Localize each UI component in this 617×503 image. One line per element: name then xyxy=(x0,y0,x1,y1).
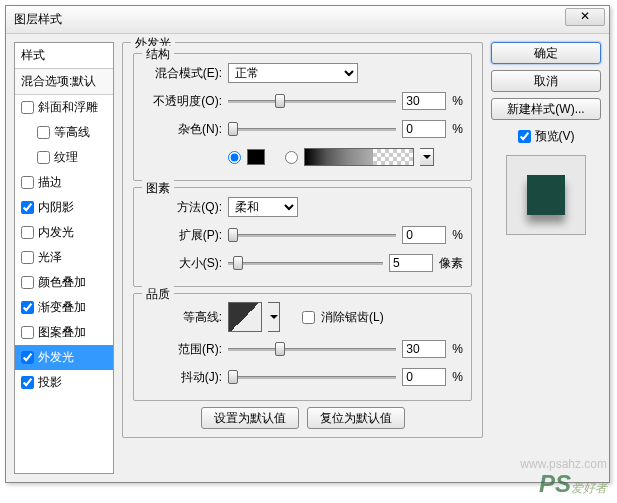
right-panel: 确定 取消 新建样式(W)... 预览(V) xyxy=(491,42,601,474)
size-label: 大小(S): xyxy=(142,255,222,272)
sidebar-label: 斜面和浮雕 xyxy=(38,99,98,116)
titlebar: 图层样式 ✕ xyxy=(6,6,609,34)
close-icon: ✕ xyxy=(580,9,590,23)
method-select[interactable]: 柔和 xyxy=(228,197,298,217)
sidebar-label: 光泽 xyxy=(38,249,62,266)
sidebar-label: 渐变叠加 xyxy=(38,299,86,316)
sidebar-item-7[interactable]: 颜色叠加 xyxy=(15,270,113,295)
styles-sidebar: 样式 混合选项:默认 斜面和浮雕等高线纹理描边内阴影内发光光泽颜色叠加渐变叠加图… xyxy=(14,42,114,474)
sidebar-checkbox-3[interactable] xyxy=(21,176,34,189)
sidebar-checkbox-10[interactable] xyxy=(21,351,34,364)
sidebar-header[interactable]: 样式 xyxy=(15,43,113,69)
sidebar-label: 等高线 xyxy=(54,124,90,141)
preview-label: 预览(V) xyxy=(535,128,575,145)
opacity-label: 不透明度(O): xyxy=(142,93,222,110)
sidebar-checkbox-0[interactable] xyxy=(21,101,34,114)
opacity-input[interactable] xyxy=(402,92,446,110)
sidebar-checkbox-5[interactable] xyxy=(21,226,34,239)
structure-group: 结构 混合模式(E): 正常 不透明度(O): % 杂色(N): xyxy=(133,53,472,181)
jitter-input[interactable] xyxy=(402,368,446,386)
elements-group: 图素 方法(Q): 柔和 扩展(P): % 大小(S): xyxy=(133,187,472,287)
sidebar-checkbox-4[interactable] xyxy=(21,201,34,214)
preview-swatch xyxy=(527,175,565,215)
close-button[interactable]: ✕ xyxy=(565,8,605,26)
color-swatch[interactable] xyxy=(247,149,265,165)
sidebar-item-8[interactable]: 渐变叠加 xyxy=(15,295,113,320)
sidebar-checkbox-6[interactable] xyxy=(21,251,34,264)
sidebar-item-3[interactable]: 描边 xyxy=(15,170,113,195)
spread-unit: % xyxy=(452,228,463,242)
sidebar-label: 描边 xyxy=(38,174,62,191)
ok-button[interactable]: 确定 xyxy=(491,42,601,64)
size-input[interactable] xyxy=(389,254,433,272)
sidebar-item-9[interactable]: 图案叠加 xyxy=(15,320,113,345)
sidebar-item-2[interactable]: 纹理 xyxy=(15,145,113,170)
sidebar-label: 内阴影 xyxy=(38,199,74,216)
sidebar-label: 图案叠加 xyxy=(38,324,86,341)
sidebar-checkbox-2[interactable] xyxy=(37,151,50,164)
sidebar-blend-options[interactable]: 混合选项:默认 xyxy=(15,69,113,95)
contour-picker[interactable] xyxy=(228,302,262,332)
range-unit: % xyxy=(452,342,463,356)
watermark-url: www.psahz.com xyxy=(520,457,607,471)
gradient-dropdown[interactable] xyxy=(420,148,434,166)
method-label: 方法(Q): xyxy=(142,199,222,216)
spread-input[interactable] xyxy=(402,226,446,244)
opacity-slider[interactable] xyxy=(228,93,396,109)
contour-label: 等高线: xyxy=(142,309,222,326)
sidebar-item-0[interactable]: 斜面和浮雕 xyxy=(15,95,113,120)
noise-unit: % xyxy=(452,122,463,136)
blend-mode-label: 混合模式(E): xyxy=(142,65,222,82)
sidebar-item-1[interactable]: 等高线 xyxy=(15,120,113,145)
color-radio[interactable] xyxy=(228,151,241,164)
sidebar-item-10[interactable]: 外发光 xyxy=(15,345,113,370)
new-style-button[interactable]: 新建样式(W)... xyxy=(491,98,601,120)
spread-label: 扩展(P): xyxy=(142,227,222,244)
spread-slider[interactable] xyxy=(228,227,396,243)
sidebar-item-5[interactable]: 内发光 xyxy=(15,220,113,245)
sidebar-checkbox-11[interactable] xyxy=(21,376,34,389)
preview-checkbox[interactable] xyxy=(518,130,531,143)
jitter-unit: % xyxy=(452,370,463,384)
sidebar-checkbox-7[interactable] xyxy=(21,276,34,289)
cancel-button[interactable]: 取消 xyxy=(491,70,601,92)
sidebar-label: 投影 xyxy=(38,374,62,391)
noise-input[interactable] xyxy=(402,120,446,138)
contour-dropdown[interactable] xyxy=(268,302,280,332)
settings-panel: 外发光 结构 混合模式(E): 正常 不透明度(O): % 杂色(N): xyxy=(122,42,483,474)
jitter-label: 抖动(J): xyxy=(142,369,222,386)
sidebar-checkbox-1[interactable] xyxy=(37,126,50,139)
sidebar-checkbox-9[interactable] xyxy=(21,326,34,339)
gradient-swatch[interactable] xyxy=(304,148,414,166)
range-slider[interactable] xyxy=(228,341,396,357)
reset-default-button[interactable]: 复位为默认值 xyxy=(307,407,405,429)
structure-legend: 结构 xyxy=(142,46,174,63)
dialog-title: 图层样式 xyxy=(14,11,62,28)
opacity-unit: % xyxy=(452,94,463,108)
size-unit: 像素 xyxy=(439,255,463,272)
range-label: 范围(R): xyxy=(142,341,222,358)
layer-style-dialog: 图层样式 ✕ 样式 混合选项:默认 斜面和浮雕等高线纹理描边内阴影内发光光泽颜色… xyxy=(5,5,610,483)
sidebar-label: 纹理 xyxy=(54,149,78,166)
noise-slider[interactable] xyxy=(228,121,396,137)
sidebar-label: 内发光 xyxy=(38,224,74,241)
blend-mode-select[interactable]: 正常 xyxy=(228,63,358,83)
quality-legend: 品质 xyxy=(142,286,174,303)
sidebar-item-4[interactable]: 内阴影 xyxy=(15,195,113,220)
elements-legend: 图素 xyxy=(142,180,174,197)
sidebar-item-11[interactable]: 投影 xyxy=(15,370,113,395)
antialias-label: 消除锯齿(L) xyxy=(321,309,384,326)
sidebar-item-6[interactable]: 光泽 xyxy=(15,245,113,270)
size-slider[interactable] xyxy=(228,255,383,271)
antialias-checkbox[interactable] xyxy=(302,311,315,324)
sidebar-label: 颜色叠加 xyxy=(38,274,86,291)
range-input[interactable] xyxy=(402,340,446,358)
sidebar-label: 外发光 xyxy=(38,349,74,366)
gradient-radio[interactable] xyxy=(285,151,298,164)
jitter-slider[interactable] xyxy=(228,369,396,385)
noise-label: 杂色(N): xyxy=(142,121,222,138)
preview-thumbnail xyxy=(506,155,586,235)
set-default-button[interactable]: 设置为默认值 xyxy=(201,407,299,429)
quality-group: 品质 等高线: 消除锯齿(L) 范围(R): % xyxy=(133,293,472,401)
sidebar-checkbox-8[interactable] xyxy=(21,301,34,314)
